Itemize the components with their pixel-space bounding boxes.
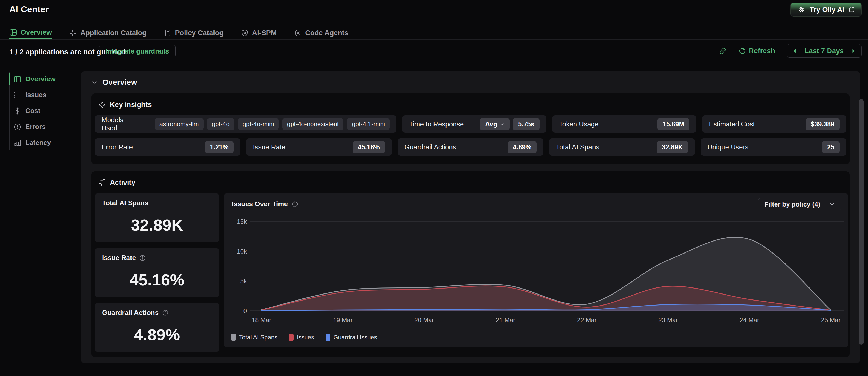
stat-value: 4.89% xyxy=(95,325,219,344)
filter-label: Filter by policy (4) xyxy=(765,201,820,208)
sidebar-item-label: Cost xyxy=(25,107,40,115)
tab-label: Application Catalog xyxy=(81,29,147,37)
key-insights-card: Key insights Models Used astronomy-llmgp… xyxy=(91,93,850,165)
sidebar-item-issues[interactable]: Issues xyxy=(10,87,78,103)
external-link-icon xyxy=(848,6,855,13)
issues-over-time-chart[interactable]: 05k10k15k18 Mar19 Mar20 Mar21 Mar22 Mar2… xyxy=(224,193,848,347)
key-insights-title: Key insights xyxy=(110,101,152,109)
chevron-down-icon xyxy=(500,122,504,126)
estimated-cost-label: Estimated Cost xyxy=(709,120,755,128)
key-insights-row-2: Error Rate 1.21% Issue Rate 45.16% Guard… xyxy=(95,138,846,155)
issue-rate-label: Issue Rate xyxy=(253,143,285,151)
guardrail-actions-value: 4.89% xyxy=(507,141,536,153)
filter-by-policy-dropdown[interactable]: Filter by policy (4) xyxy=(758,198,841,210)
bar-chart-icon xyxy=(13,139,22,147)
stat-value: 45.16% xyxy=(95,270,219,289)
x-axis-tick: 19 Mar xyxy=(333,316,352,323)
link-icon[interactable] xyxy=(718,47,727,55)
sidebar-item-latency[interactable]: Latency xyxy=(10,135,78,151)
stat-label: Issue Rate xyxy=(102,254,136,262)
x-axis-tick: 25 Mar xyxy=(821,316,841,323)
legend-total-ai-spans[interactable]: Total AI Spans xyxy=(231,334,277,341)
key-insights-row-1: Models Used astronomy-llmgpt-4ogpt-4o-mi… xyxy=(95,115,846,133)
total-ai-spans-label: Total AI Spans xyxy=(556,143,599,151)
refresh-button[interactable]: Refresh xyxy=(738,47,775,55)
tab-label: Policy Catalog xyxy=(175,29,224,37)
aggregation-value: Avg xyxy=(485,120,497,128)
date-range-label: Last 7 Days xyxy=(805,47,844,55)
guardrail-actions-label: Guardrail Actions xyxy=(404,143,456,151)
error-rate-tile: Error Rate 1.21% xyxy=(95,138,240,155)
chip-icon xyxy=(294,29,302,37)
chevron-down-icon[interactable] xyxy=(91,79,98,85)
x-axis-tick: 18 Mar xyxy=(252,316,271,323)
dashboard-icon xyxy=(9,28,17,36)
model-chip: gpt-4o-nonexistent xyxy=(282,118,344,130)
unique-users-value: 25 xyxy=(822,141,840,153)
model-chip: astronomy-llm xyxy=(155,118,204,130)
chart-title: Issues Over Time xyxy=(232,200,288,208)
tab-label: Overview xyxy=(21,28,52,36)
legend-swatch xyxy=(289,334,293,341)
activity-header: Activity xyxy=(98,179,135,187)
info-icon[interactable] xyxy=(162,310,168,316)
legend-label: Total AI Spans xyxy=(239,334,277,341)
overview-section-header[interactable]: Overview xyxy=(91,78,137,87)
y-axis-tick: 0 xyxy=(244,307,247,314)
tab-policy-catalog[interactable]: Policy Catalog xyxy=(164,27,224,39)
x-axis-tick: 20 Mar xyxy=(414,316,434,323)
chevron-right-icon[interactable] xyxy=(851,49,856,53)
key-insights-header: Key insights xyxy=(98,101,152,109)
issue-rate-tile: Issue Rate 45.16% xyxy=(246,138,392,155)
estimated-cost-tile: Estimated Cost $39.389 xyxy=(702,115,846,133)
tab-application-catalog[interactable]: Application Catalog xyxy=(69,27,147,39)
models-used-tile: Models Used astronomy-llmgpt-4ogpt-4o-mi… xyxy=(95,115,396,133)
olly-logo-icon xyxy=(797,5,805,14)
token-usage-tile: Token Usage 15.69M xyxy=(552,115,696,133)
sidebar-item-label: Overview xyxy=(25,75,56,83)
aggregation-dropdown[interactable]: Avg xyxy=(480,118,510,130)
sidebar-item-label: Errors xyxy=(25,123,46,131)
model-chip: gpt-4.1-mini xyxy=(347,118,390,130)
chevron-left-icon[interactable] xyxy=(793,49,797,53)
tab-ai-spm[interactable]: AI-SPM xyxy=(241,27,277,39)
token-usage-value: 15.69M xyxy=(657,118,689,130)
dashboard-icon xyxy=(13,75,22,83)
x-axis-tick: 21 Mar xyxy=(496,316,515,323)
dollar-icon xyxy=(13,107,22,115)
chart-legend: Total AI Spans Issues Guardrail Issues xyxy=(231,334,377,341)
shield-icon xyxy=(241,29,249,37)
page-title: AI Center xyxy=(9,4,49,15)
try-olly-ai-button[interactable]: Try Olly AI xyxy=(790,3,862,17)
refresh-icon xyxy=(738,47,746,55)
activity-title: Activity xyxy=(110,179,135,187)
tabs-divider xyxy=(0,39,868,40)
info-icon[interactable] xyxy=(291,201,298,208)
stat-label: Total AI Spans xyxy=(102,199,149,207)
time-to-response-tile: Time to Response Avg 5.75s xyxy=(402,115,547,133)
main-tabs: Overview Application Catalog Policy Cata… xyxy=(9,27,348,39)
error-rate-label: Error Rate xyxy=(101,143,133,151)
unique-users-label: Unique Users xyxy=(708,143,749,151)
page-scrollbar[interactable] xyxy=(859,99,864,345)
legend-guardrail-issues[interactable]: Guardrail Issues xyxy=(326,334,377,341)
integrate-guardrails-button[interactable]: Integrate guardrails xyxy=(99,45,176,57)
sidebar-item-errors[interactable]: Errors xyxy=(10,119,78,135)
sidebar-item-cost[interactable]: Cost xyxy=(10,103,78,119)
sidebar-item-label: Issues xyxy=(25,91,46,99)
info-icon[interactable] xyxy=(139,255,146,261)
legend-issues[interactable]: Issues xyxy=(289,334,314,341)
model-chip: gpt-4o-mini xyxy=(238,118,279,130)
model-chip: gpt-4o xyxy=(207,118,235,130)
error-rate-value: 1.21% xyxy=(205,141,234,153)
total-ai-spans-tile: Total AI Spans 32.89K xyxy=(549,138,695,155)
tab-overview[interactable]: Overview xyxy=(9,27,52,39)
legend-swatch xyxy=(326,334,331,341)
activity-card: Activity Total AI Spans 32.89K Issue Rat… xyxy=(91,171,850,357)
models-used-label: Models Used xyxy=(101,116,123,132)
date-range-picker[interactable]: Last 7 Days xyxy=(786,44,862,58)
sidebar-item-overview[interactable]: Overview xyxy=(10,71,78,87)
x-axis-tick: 23 Mar xyxy=(658,316,678,323)
tab-code-agents[interactable]: Code Agents xyxy=(294,27,348,39)
total-ai-spans-card: Total AI Spans 32.89K xyxy=(95,193,219,242)
